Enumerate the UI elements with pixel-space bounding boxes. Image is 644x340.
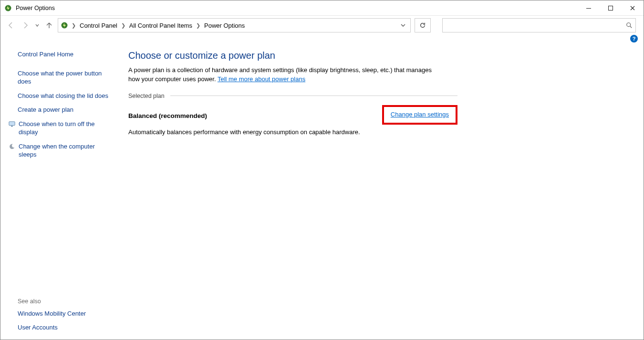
- address-bar[interactable]: ❯ Control Panel ❯ All Control Panel Item…: [58, 18, 411, 32]
- see-also-user-accounts[interactable]: User Accounts: [8, 320, 112, 335]
- sidebar-link-closing-lid[interactable]: Choose what closing the lid does: [8, 89, 112, 103]
- power-options-icon: [4, 4, 12, 12]
- chevron-right-icon[interactable]: ❯: [71, 22, 77, 29]
- sidebar-link-turn-off-display[interactable]: Choose when to turn off the display: [8, 117, 112, 139]
- change-plan-settings-link[interactable]: Change plan settings: [391, 111, 449, 118]
- nav-history-dropdown[interactable]: [34, 20, 41, 31]
- section-legend: Selected plan: [128, 93, 166, 99]
- nav-forward-button[interactable]: [20, 20, 31, 31]
- svg-rect-6: [11, 126, 13, 127]
- sidebar-item-label: Choose what closing the lid does: [18, 92, 108, 100]
- sidebar-item-label: Create a power plan: [18, 106, 73, 114]
- window-title: Power Options: [16, 5, 55, 11]
- sidebar-item-label: User Accounts: [18, 323, 58, 332]
- sidebar-item-label: Choose when to turn off the display: [19, 120, 112, 137]
- see-also-mobility-center[interactable]: Windows Mobility Center: [8, 307, 112, 321]
- minimize-button[interactable]: [578, 0, 600, 16]
- search-input[interactable]: [446, 21, 626, 30]
- see-also-label: See also: [8, 296, 112, 307]
- search-box[interactable]: [442, 18, 636, 32]
- svg-rect-2: [609, 6, 613, 10]
- moon-icon: [8, 143, 16, 150]
- chevron-right-icon[interactable]: ❯: [195, 22, 201, 29]
- sidebar-item-label: Control Panel Home: [18, 50, 73, 59]
- selected-plan-section: Selected plan Balanced (recommended) Cha…: [128, 93, 457, 136]
- svg-rect-1: [586, 8, 591, 9]
- chevron-right-icon[interactable]: ❯: [120, 22, 126, 29]
- highlight-box: Change plan settings: [382, 105, 457, 125]
- search-icon[interactable]: [626, 22, 633, 29]
- main-content: Choose or customize a power plan A power…: [119, 43, 586, 340]
- breadcrumb-item[interactable]: Control Panel: [79, 22, 118, 29]
- address-dropdown[interactable]: [398, 19, 408, 32]
- nav-up-button[interactable]: [43, 20, 55, 31]
- plan-description: Automatically balances performance with …: [128, 128, 443, 136]
- divider: [170, 96, 457, 96]
- navigation-bar: ❯ Control Panel ❯ All Control Panel Item…: [0, 16, 644, 35]
- sidebar: Control Panel Home Choose what the power…: [0, 43, 119, 340]
- nav-back-button[interactable]: [5, 20, 17, 31]
- help-icon[interactable]: ?: [630, 35, 638, 42]
- svg-rect-5: [9, 121, 15, 125]
- sidebar-link-power-button[interactable]: Choose what the power button does: [8, 66, 112, 89]
- maximize-button[interactable]: [600, 0, 622, 16]
- sidebar-link-create-plan[interactable]: Create a power plan: [8, 103, 112, 117]
- plan-name: Balanced (recommended): [128, 112, 207, 119]
- tell-me-more-link[interactable]: Tell me more about power plans: [218, 75, 305, 83]
- breadcrumb-item[interactable]: Power Options: [203, 22, 246, 29]
- page-description: A power plan is a collection of hardware…: [128, 66, 443, 84]
- titlebar: Power Options: [0, 0, 644, 16]
- power-options-icon: [60, 21, 69, 30]
- control-panel-home-link[interactable]: Control Panel Home: [8, 47, 112, 62]
- display-icon: [8, 120, 16, 128]
- page-heading: Choose or customize a power plan: [128, 50, 577, 61]
- close-button[interactable]: [622, 0, 644, 16]
- sidebar-link-computer-sleeps[interactable]: Change when the computer sleeps: [8, 139, 112, 162]
- sidebar-item-label: Choose what the power button does: [18, 69, 112, 86]
- sidebar-item-label: Change when the computer sleeps: [19, 142, 112, 159]
- svg-point-4: [627, 23, 631, 27]
- breadcrumb-item[interactable]: All Control Panel Items: [128, 22, 193, 29]
- refresh-button[interactable]: [415, 18, 431, 32]
- sidebar-item-label: Windows Mobility Center: [18, 309, 86, 318]
